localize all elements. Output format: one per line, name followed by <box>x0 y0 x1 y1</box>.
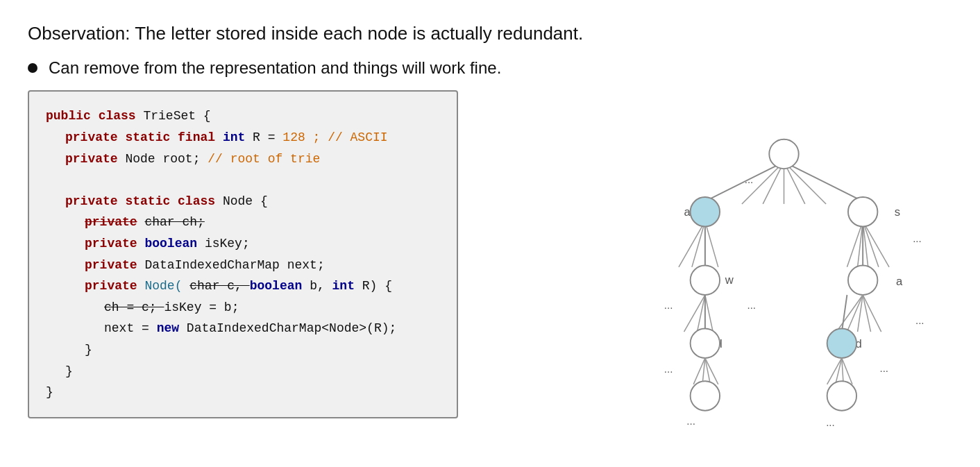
svg-line-34 <box>836 358 842 384</box>
awl-node <box>691 329 720 358</box>
code-line-6: private char ch; <box>46 212 440 233</box>
code-line-8: private DataIndexedCharMap next; <box>46 255 440 276</box>
kw-boolean-2: boolean <box>250 279 303 293</box>
svg-line-17 <box>684 295 705 332</box>
svg-line-25 <box>863 295 870 332</box>
kw-private-3: private <box>65 194 118 208</box>
s-node <box>848 197 877 226</box>
code-line-10: ch = c; isKey = b; <box>46 297 440 319</box>
svg-line-26 <box>863 295 881 332</box>
code-close-1: } <box>46 339 440 361</box>
svg-line-31 <box>705 358 718 384</box>
kw-private-1: private <box>65 130 118 144</box>
kw-private-strike: private <box>85 215 137 229</box>
dots-aw-right: ... <box>747 300 756 312</box>
kw-class: class <box>99 109 136 123</box>
dots-sad-right: ... <box>879 362 888 374</box>
dots-sadb: ... <box>826 417 835 429</box>
code-line-1: public class TrieSet { <box>46 105 440 127</box>
awlb-node <box>691 382 720 411</box>
code-block: public class TrieSet { private static fi… <box>28 90 458 418</box>
bullet-dot <box>28 63 37 73</box>
kw-int-2: int <box>332 279 355 293</box>
kw-boolean-1: boolean <box>144 237 197 251</box>
dots-root-right: ... <box>745 173 754 185</box>
kw-new: new <box>157 321 179 335</box>
code-line-3: private Node root; // root of trie <box>46 148 440 170</box>
trie-diagram: a ... s ... w <box>479 90 952 465</box>
code-line-2: private static final int R = 128 ; // AS… <box>46 127 440 148</box>
sad-node <box>827 329 856 358</box>
svg-line-6 <box>784 162 863 202</box>
observation-text: Observation: The letter stored inside ea… <box>28 21 952 46</box>
label-sa: a <box>896 275 903 289</box>
svg-line-8 <box>692 221 705 267</box>
svg-line-30 <box>705 358 711 384</box>
kw-static-1: static <box>125 130 170 144</box>
comment-root: // root of trie <box>208 152 320 166</box>
kw-class-2: class <box>178 194 215 208</box>
main-content: public class TrieSet { private static fi… <box>28 90 952 465</box>
bullet-item: Can remove from the representation and t… <box>28 58 952 78</box>
kw-static-2: static <box>125 194 170 208</box>
code-close-3: } <box>46 382 440 403</box>
kw-private-6: private <box>85 279 137 293</box>
aw-node <box>691 266 720 295</box>
root-node <box>769 139 798 169</box>
comment-ascii: ; // ASCII <box>313 130 388 144</box>
dots-sa-right: ... <box>915 314 924 326</box>
trie-svg: a ... s ... w <box>479 90 952 465</box>
sa-node <box>848 266 877 295</box>
char-ch-strike: char ch; <box>144 215 204 229</box>
sadb-node <box>827 382 856 411</box>
dots-awlb: ... <box>686 416 695 427</box>
label-w: w <box>725 273 734 287</box>
svg-line-10 <box>705 221 718 267</box>
svg-line-7 <box>679 221 705 267</box>
dots-s-right: ... <box>913 233 922 245</box>
val-128: 128 <box>282 130 305 144</box>
kw-private-4: private <box>85 237 137 251</box>
kw-private-2: private <box>65 152 118 166</box>
code-line-5: private static class Node { <box>46 191 440 212</box>
svg-line-20 <box>705 295 713 332</box>
code-line-11: next = new DataIndexedCharMap<Node>(R); <box>46 318 440 339</box>
code-line-7: private boolean isKey; <box>46 233 440 255</box>
bullet-text: Can remove from the representation and t… <box>49 58 501 78</box>
kw-private-5: private <box>85 258 137 272</box>
ch-assign-strike: ch = c; <box>104 300 164 314</box>
node-constructor: Node( <box>144 279 182 293</box>
dots-awl-left: ... <box>664 364 673 375</box>
kw-final-1: final <box>178 130 215 144</box>
kw-public: public <box>46 109 91 123</box>
char-c-strike: char c, <box>189 279 249 293</box>
svg-line-18 <box>697 295 704 332</box>
dots-aw-left: ... <box>664 300 673 312</box>
kw-int-1: int <box>223 130 245 144</box>
svg-line-33 <box>827 358 842 384</box>
a-node <box>691 197 720 226</box>
code-blank-1 <box>46 169 440 191</box>
label-s: s <box>895 206 900 219</box>
svg-line-32 <box>842 295 847 332</box>
svg-line-4 <box>784 162 827 205</box>
code-line-9: private Node( char c, boolean b, int R) … <box>46 275 440 297</box>
code-close-2: } <box>46 361 440 382</box>
